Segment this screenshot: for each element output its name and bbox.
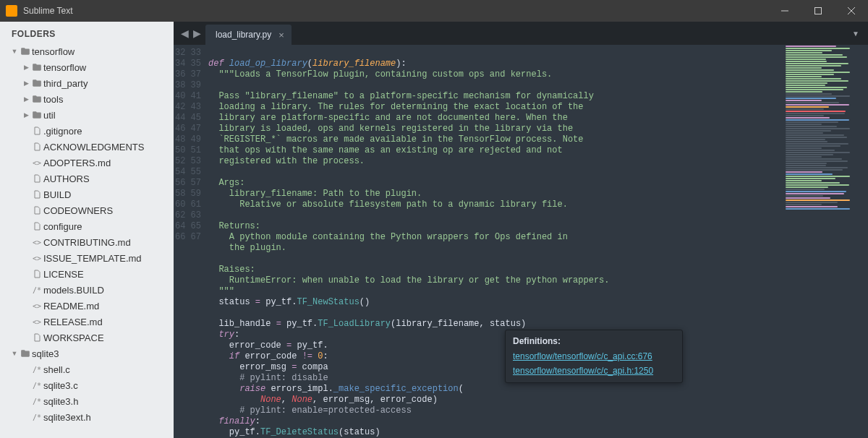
item-label: sqlite3.h [43, 396, 78, 407]
tab-load-library[interactable]: load_library.py × [205, 25, 292, 45]
folder-item[interactable]: ▶tools [0, 91, 174, 107]
file-item[interactable]: <>ISSUE_TEMPLATE.md [0, 250, 174, 266]
file-icon: <> [30, 302, 43, 310]
item-label: README.md [43, 301, 99, 312]
nav-back-icon[interactable]: ◀ [179, 27, 190, 39]
popup-title: Definitions: [513, 336, 675, 346]
item-label: models.BUILD [43, 285, 104, 296]
sidebar[interactable]: FOLDERS ▼tensorflow▶tensorflow▶third_par… [0, 22, 174, 438]
file-item[interactable]: /*sqlite3.c [0, 377, 174, 393]
file-item[interactable]: CODEOWNERS [0, 202, 174, 218]
file-icon: /* [30, 413, 43, 421]
file-item[interactable]: /*shell.c [0, 361, 174, 377]
app-icon [6, 5, 17, 17]
disclosure-icon: ▶ [22, 80, 30, 87]
disclosure-icon: ▼ [10, 48, 19, 55]
item-label: sqlite3.c [43, 380, 78, 391]
file-icon: <> [30, 159, 43, 167]
maximize-button[interactable] [801, 0, 835, 22]
item-label: WORKSPACE [43, 332, 104, 343]
file-item[interactable]: WORKSPACE [0, 330, 174, 345]
svg-rect-0 [815, 8, 822, 14]
titlebar: Sublime Text [0, 0, 868, 22]
folder-icon [19, 348, 32, 358]
code-view[interactable]: def load_op_library(library_filename): "… [208, 45, 781, 438]
item-label: CODEOWNERS [43, 205, 113, 216]
file-icon: /* [30, 286, 43, 294]
sidebar-header: FOLDERS [0, 26, 174, 43]
file-item[interactable]: /*sqlite3ext.h [0, 409, 174, 425]
file-icon [30, 205, 43, 215]
disclosure-icon: ▶ [22, 111, 30, 119]
file-icon: /* [30, 398, 43, 405]
folder-item[interactable]: ▼sqlite3 [0, 345, 174, 361]
item-label: tools [43, 94, 63, 105]
item-label: tensorflow [43, 62, 86, 73]
tab-label: load_library.py [216, 30, 271, 40]
disclosure-icon: ▼ [10, 350, 19, 357]
item-label: ISSUE_TEMPLATE.md [43, 253, 142, 264]
file-icon [30, 332, 43, 343]
item-label: third_party [43, 78, 88, 89]
close-button[interactable] [835, 0, 868, 22]
item-label: ACKNOWLEDGMENTS [43, 142, 144, 153]
file-item[interactable]: LICENSE [0, 266, 174, 282]
tab-close-icon[interactable]: × [278, 30, 284, 40]
file-icon [30, 221, 43, 231]
folder-item[interactable]: ▶util [0, 107, 174, 123]
tab-bar: ◀ ▶ load_library.py × ▼ [174, 22, 868, 45]
item-label: .gitignore [43, 126, 82, 137]
folder-item[interactable]: ▶tensorflow [0, 59, 174, 75]
nav-forward-icon[interactable]: ▶ [192, 27, 203, 39]
disclosure-icon: ▶ [22, 95, 30, 103]
definition-link[interactable]: tensorflow/tensorflow/c/c_api.cc:676 [513, 349, 675, 364]
file-item[interactable]: <>README.md [0, 298, 174, 314]
item-label: RELEASE.md [43, 317, 103, 327]
folder-tree: ▼tensorflow▶tensorflow▶third_party▶tools… [0, 43, 174, 425]
folder-icon [19, 46, 32, 56]
item-label: sqlite3ext.h [43, 412, 91, 423]
item-label: configure [43, 221, 82, 232]
item-label: util [43, 110, 56, 121]
definitions-popup: Definitions: tensorflow/tensorflow/c/c_a… [505, 330, 683, 383]
item-label: BUILD [43, 189, 71, 200]
file-item[interactable]: configure [0, 218, 174, 234]
file-icon [30, 142, 43, 152]
item-label: LICENSE [43, 269, 84, 280]
file-icon [30, 173, 43, 184]
item-label: ADOPTERS.md [43, 158, 111, 168]
file-icon: <> [30, 254, 43, 262]
file-item[interactable]: ACKNOWLEDGMENTS [0, 139, 174, 155]
tab-menu-icon[interactable]: ▼ [843, 22, 868, 45]
app-title: Sublime Text [23, 6, 72, 16]
item-label: AUTHORS [43, 173, 90, 184]
minimap[interactable] [781, 45, 868, 438]
editor-area: ◀ ▶ load_library.py × ▼ 32 33 34 35 36 3… [174, 22, 868, 438]
file-icon [30, 126, 43, 136]
minimize-button[interactable] [768, 0, 801, 22]
item-label: CONTRIBUTING.md [43, 237, 131, 248]
file-item[interactable]: /*sqlite3.h [0, 393, 174, 409]
folder-item[interactable]: ▶third_party [0, 75, 174, 91]
file-icon [30, 189, 43, 199]
file-item[interactable]: .gitignore [0, 123, 174, 139]
file-item[interactable]: /*models.BUILD [0, 282, 174, 298]
definition-link[interactable]: tensorflow/tensorflow/c/c_api.h:1250 [513, 364, 675, 378]
file-icon: <> [30, 239, 43, 246]
folder-item[interactable]: ▼tensorflow [0, 43, 174, 59]
file-item[interactable]: <>RELEASE.md [0, 314, 174, 330]
file-item[interactable]: <>ADOPTERS.md [0, 155, 174, 171]
file-icon: /* [30, 366, 43, 374]
file-item[interactable]: BUILD [0, 186, 174, 202]
file-icon: <> [30, 318, 43, 326]
item-label: shell.c [43, 364, 70, 375]
folder-icon [30, 78, 43, 88]
file-item[interactable]: <>CONTRIBUTING.md [0, 234, 174, 250]
file-item[interactable]: AUTHORS [0, 171, 174, 186]
gutter: 32 33 34 35 36 37 38 39 40 41 42 43 44 4… [174, 45, 208, 438]
folder-icon [30, 94, 43, 104]
disclosure-icon: ▶ [22, 64, 30, 71]
file-icon [30, 269, 43, 279]
item-label: tensorflow [32, 46, 75, 57]
window-buttons [768, 0, 868, 22]
